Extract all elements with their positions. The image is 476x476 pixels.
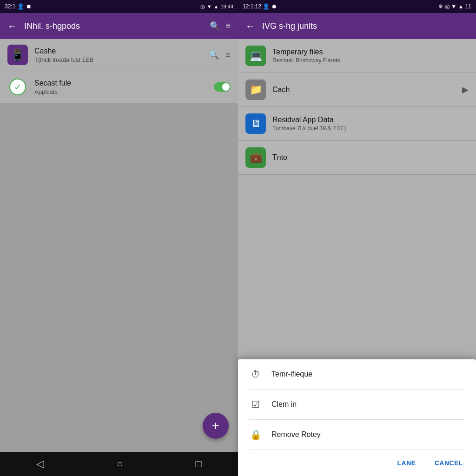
residval-icon: 🖥 <box>245 113 266 134</box>
record-icon: ⏺ <box>26 3 32 10</box>
dialog-option-clem[interactable]: ☑ Clem in <box>238 390 476 419</box>
clem-icon: ☑ <box>249 398 262 411</box>
cach-arrow-icon: ▶ <box>462 85 469 95</box>
toolbar-left: ← INhil. s-hgpods 🔍 ≡ <box>0 13 238 39</box>
temp-files-title: Temperary files <box>272 48 469 56</box>
status-right-icons-right: ❄ ◎ ▼ ▲ 11 <box>438 3 471 10</box>
list-item-secast[interactable]: ✓ Secast fule Applcats <box>0 71 238 103</box>
back-button-left[interactable]: ← <box>7 21 17 32</box>
dialog-option-temr[interactable]: ⏱ Temr-ifieque <box>238 359 476 389</box>
fab-button[interactable]: + <box>203 413 229 439</box>
sim-icon-right: 👤 <box>263 3 270 10</box>
residval-subtitle: Tumbave 7Lk duel 19.&.7 0E) <box>272 125 469 132</box>
status-bar-left: 32:1 👤 ⏺ ◎ ▼ ▲ 19:44 <box>0 0 238 13</box>
signal-icon-right: ▲ <box>458 3 463 10</box>
temr-icon: ⏱ <box>249 368 262 381</box>
status-right-icons-left: ◎ ▼ ▲ 19:44 <box>200 4 233 10</box>
right-panel: 12:1:12 👤 ⏺ ❄ ◎ ▼ ▲ 11 ← IVG s-hg junlts… <box>238 0 476 476</box>
status-time-right: 12:1:12 <box>243 3 261 10</box>
wifi-icon-right: ▼ <box>451 3 456 10</box>
cache-search-icon[interactable]: 🔍 <box>209 50 219 60</box>
cach-text: Cach <box>272 86 456 94</box>
remove-label: Remove Rotey <box>271 430 321 439</box>
phone-icon: 📱 <box>11 48 25 61</box>
sim-icon: 👤 <box>17 3 24 10</box>
remove-icon: 🔒 <box>249 428 262 441</box>
left-panel: 32:1 👤 ⏺ ◎ ▼ ▲ 19:44 ← INhil. s-hgpods 🔍… <box>0 0 238 476</box>
list-item-cache[interactable]: 📱 Cashe T(lnck lroada lust 1EB 🔍 ≡ <box>0 39 238 71</box>
fab-plus-icon: + <box>212 418 219 433</box>
toolbar-icons-left: 🔍 ≡ <box>210 21 231 31</box>
tnto-text: Tnto <box>272 153 469 162</box>
cache-text: Cashe T(lnck lroada lust 1EB <box>34 47 202 63</box>
bottom-dialog: ⏱ Temr-ifieque ☑ Clem in 🔒 Remove Rotey … <box>238 359 476 476</box>
page-title-right: IVG s-hg junlts <box>262 21 317 31</box>
nav-bar-left: ◁ ○ □ <box>0 452 238 476</box>
status-time-right2: 11 <box>465 3 471 10</box>
list-item-residval[interactable]: 🖥 Residval App Data Tumbave 7Lk duel 19.… <box>238 107 476 141</box>
clem-label: Clem in <box>271 400 297 409</box>
cache-subtitle: T(lnck lroada lust 1EB <box>34 56 202 63</box>
secast-icon: ✓ <box>7 77 28 97</box>
temr-label: Temr-ifieque <box>271 370 312 378</box>
cache-icon: 📱 <box>7 45 28 65</box>
status-left-icons-right: 12:1:12 👤 ⏺ <box>243 3 277 10</box>
cache-menu-icon[interactable]: ≡ <box>225 50 231 60</box>
secast-title: Secast fule <box>34 79 207 87</box>
cancel-button[interactable]: CANCEL <box>429 456 469 470</box>
nav-recents-icon[interactable]: □ <box>196 458 202 470</box>
temp-files-icon: 💻 <box>245 46 266 66</box>
wifi-icon-left: ▼ <box>207 4 212 9</box>
secast-subtitle: Applcats <box>34 88 207 95</box>
menu-icon-left[interactable]: ≡ <box>225 21 231 31</box>
search-icon-left[interactable]: 🔍 <box>210 21 220 31</box>
list-item-cach[interactable]: 📁 Cach ▶ <box>238 73 476 107</box>
nav-back-icon[interactable]: ◁ <box>36 458 44 470</box>
check-circle-icon: ✓ <box>9 79 26 95</box>
residval-title: Residval App Data <box>272 116 469 124</box>
status-bar-right: 12:1:12 👤 ⏺ ❄ ◎ ▼ ▲ 11 <box>238 0 476 13</box>
temp-files-subtitle: Reslmal: Bnshoway Flarets <box>272 57 469 64</box>
record-icon-right: ⏺ <box>271 3 277 10</box>
dialog-option-remove[interactable]: 🔒 Remove Rotey <box>238 420 476 450</box>
list-item-temp-files[interactable]: 💻 Temperary files Reslmal: Bnshoway Flar… <box>238 39 476 73</box>
tnto-icon: 💼 <box>245 147 266 168</box>
signal-icon-left: ▲ <box>214 4 219 9</box>
tnto-title: Tnto <box>272 153 469 162</box>
status-left-icons: 32:1 👤 ⏺ <box>5 3 32 10</box>
toolbar-right: ← IVG s-hg junlts <box>238 13 476 39</box>
status-time-right-left: 19:44 <box>220 4 233 9</box>
cache-title: Cashe <box>34 47 202 55</box>
back-button-right[interactable]: ← <box>245 21 255 32</box>
target-icon-right: ◎ <box>445 3 450 10</box>
nav-home-icon[interactable]: ○ <box>117 458 123 470</box>
bluetooth-icon: ❄ <box>438 3 443 10</box>
secast-toggle[interactable] <box>214 82 231 92</box>
residval-text: Residval App Data Tumbave 7Lk duel 19.&.… <box>272 116 469 132</box>
lane-button[interactable]: LANE <box>392 456 422 470</box>
cach-title: Cach <box>272 86 456 94</box>
list-item-tnto[interactable]: 💼 Tnto <box>238 141 476 175</box>
dialog-actions: LANE CANCEL <box>238 450 476 476</box>
secast-text: Secast fule Applcats <box>34 79 207 95</box>
temp-files-text: Temperary files Reslmal: Bnshoway Flaret… <box>272 48 469 64</box>
cach-icon: 📁 <box>245 79 266 100</box>
status-time-left: 32:1 <box>5 3 15 10</box>
page-title-left: INhil. s-hgpods <box>24 21 202 31</box>
target-icon: ◎ <box>200 4 205 10</box>
